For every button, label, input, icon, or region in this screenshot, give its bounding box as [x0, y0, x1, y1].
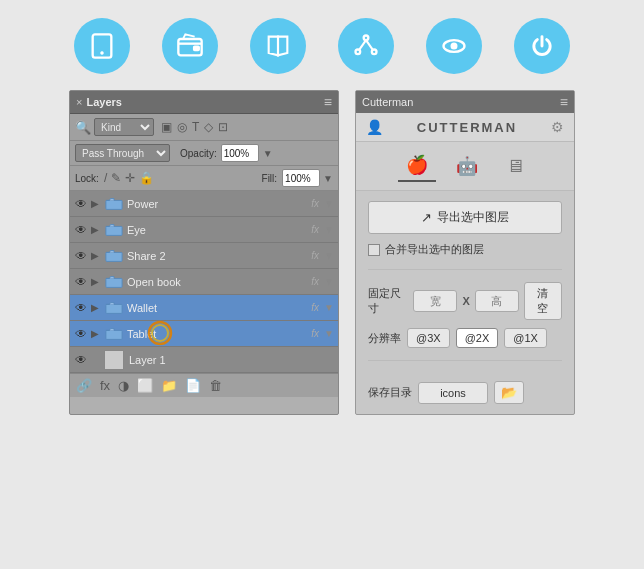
fill-input[interactable] [282, 169, 320, 187]
resolution-label: 分辨率 [368, 331, 401, 346]
svg-point-5 [364, 36, 369, 41]
filter-pixel-icon[interactable]: ▣ [161, 120, 172, 134]
tab-apple[interactable]: 🍎 [398, 150, 436, 182]
svg-point-19 [152, 325, 168, 341]
layers-menu-icon[interactable]: ≡ [324, 94, 332, 110]
layer-row[interactable]: 👁 ▶ Power fx ▼ [70, 191, 338, 217]
layer-row[interactable]: 👁 ▶ Layer 1 [70, 347, 338, 373]
fx-icon[interactable]: fx [100, 378, 110, 393]
layer-visibility-icon[interactable]: 👁 [74, 223, 88, 237]
lock-image-icon[interactable]: ✎ [111, 171, 121, 185]
layer-visibility-icon[interactable]: 👁 [74, 275, 88, 289]
panels-row: × Layers ≡ 🔍 Kind ▣ ◎ T ◇ ⊡ Pass Through [0, 90, 644, 415]
layer-visibility-icon[interactable]: 👁 [74, 249, 88, 263]
layer-folder-icon [104, 300, 124, 316]
share-icon-btn[interactable] [338, 18, 394, 74]
layer-visibility-icon[interactable]: 👁 [74, 353, 88, 367]
layer-more-icon[interactable]: ▼ [324, 224, 334, 235]
cutterman-menu-icon[interactable]: ≡ [560, 94, 568, 110]
layers-bottom-toolbar: 🔗 fx ◑ ⬜ 📁 📄 🗑 [70, 373, 338, 397]
export-btn-label: 导出选中图层 [437, 209, 509, 226]
save-dir-input[interactable] [418, 382, 488, 404]
tablet-icon-btn[interactable] [74, 18, 130, 74]
tab-android[interactable]: 🤖 [448, 150, 486, 182]
wallet-icon-btn[interactable] [162, 18, 218, 74]
tab-desktop[interactable]: 🖥 [498, 150, 532, 182]
height-input[interactable] [475, 290, 519, 312]
lock-icons-group: / ✎ ✛ 🔒 [104, 171, 154, 185]
filter-adjust-icon[interactable]: ◎ [177, 120, 187, 134]
width-input[interactable] [413, 290, 457, 312]
export-button[interactable]: ↗ 导出选中图层 [368, 201, 562, 234]
svg-point-2 [101, 52, 103, 54]
blend-mode-select[interactable]: Pass Through Normal Multiply [75, 144, 170, 162]
res-2x-button[interactable]: @2X [456, 328, 499, 348]
svg-rect-12 [106, 200, 122, 209]
layer-more-icon[interactable]: ▼ [324, 276, 334, 287]
layer-expand-icon[interactable]: ▶ [91, 276, 101, 287]
layer-expand-icon[interactable]: ▶ [91, 250, 101, 261]
wallet-icon [176, 32, 204, 60]
layer-row[interactable]: 👁 ▶ Eye fx ▼ [70, 217, 338, 243]
lock-move-icon[interactable]: ✛ [125, 171, 135, 185]
layer-row[interactable]: 👁 ▶ Tablet [70, 321, 338, 347]
filter-icons-group: ▣ ◎ T ◇ ⊡ [161, 120, 228, 134]
layer-more-icon[interactable]: ▼ [324, 302, 334, 313]
folder-browse-icon: 📂 [501, 385, 517, 400]
cutterman-settings-icon[interactable]: ⚙ [551, 119, 564, 135]
layer-name: Open book [127, 276, 308, 288]
layer-expand-icon[interactable]: ▶ [91, 224, 101, 235]
merge-checkbox[interactable] [368, 244, 380, 256]
clear-size-button[interactable]: 清空 [524, 282, 562, 320]
cutterman-user-icon[interactable]: 👤 [366, 119, 383, 135]
layer-fx-badge: fx [311, 328, 319, 339]
new-layer-icon[interactable]: 📄 [185, 378, 201, 393]
fill-arrow-icon[interactable]: ▼ [323, 173, 333, 184]
layer-name: Power [127, 198, 308, 210]
layer-row[interactable]: 👁 ▶ Open book fx ▼ [70, 269, 338, 295]
eye-icon-btn[interactable] [426, 18, 482, 74]
layer-name: Tablet [127, 328, 308, 340]
delete-layer-icon[interactable]: 🗑 [209, 378, 222, 393]
mask-icon[interactable]: ⬜ [137, 378, 153, 393]
layer-more-icon[interactable]: ▼ [324, 250, 334, 261]
save-dir-folder-button[interactable]: 📂 [494, 381, 524, 404]
lock-transparent-icon[interactable]: / [104, 171, 107, 185]
svg-rect-15 [106, 278, 122, 287]
layers-search-row: 🔍 Kind ▣ ◎ T ◇ ⊡ [70, 114, 338, 141]
eye-icon [440, 32, 468, 60]
opacity-arrow-icon[interactable]: ▼ [263, 148, 273, 159]
lock-all-icon[interactable]: 🔒 [139, 171, 154, 185]
layer-more-icon[interactable]: ▼ [324, 328, 334, 339]
filter-type-icon[interactable]: T [192, 120, 199, 134]
res-3x-button[interactable]: @3X [407, 328, 450, 348]
opacity-input[interactable] [221, 144, 259, 162]
layer-row[interactable]: 👁 ▶ Wallet fx ▼ [70, 295, 338, 321]
layer-expand-icon[interactable]: ▶ [91, 328, 101, 339]
layer-visibility-icon[interactable]: 👁 [74, 197, 88, 211]
new-adjustment-icon[interactable]: ◑ [118, 378, 129, 393]
layer-row[interactable]: 👁 ▶ Share 2 fx ▼ [70, 243, 338, 269]
layer-folder-icon [104, 326, 124, 342]
cutterman-titlebar: Cutterman ≡ [356, 91, 574, 113]
filter-smartobj-icon[interactable]: ⊡ [218, 120, 228, 134]
merge-row: 合并导出选中的图层 [368, 242, 562, 257]
filter-shape-icon[interactable]: ◇ [204, 120, 213, 134]
layer-expand-icon[interactable]: ▶ [91, 198, 101, 209]
android-icon: 🤖 [456, 155, 478, 177]
layer-more-icon[interactable]: ▼ [324, 198, 334, 209]
link-layers-icon[interactable]: 🔗 [76, 378, 92, 393]
svg-rect-17 [106, 330, 122, 339]
layer-expand-icon[interactable]: ▶ [91, 302, 101, 313]
layer-visibility-icon[interactable]: 👁 [74, 301, 88, 315]
layer-fx-badge: fx [311, 198, 319, 209]
power-icon-btn[interactable] [514, 18, 570, 74]
book-icon-btn[interactable] [250, 18, 306, 74]
new-group-icon[interactable]: 📁 [161, 378, 177, 393]
res-1x-button[interactable]: @1X [504, 328, 547, 348]
layers-close-btn[interactable]: × [76, 96, 82, 108]
layer-folder-icon [104, 248, 124, 264]
layers-kind-select[interactable]: Kind [94, 118, 154, 136]
layer-folder-icon [104, 274, 124, 290]
layer-visibility-icon[interactable]: 👁 [74, 327, 88, 341]
